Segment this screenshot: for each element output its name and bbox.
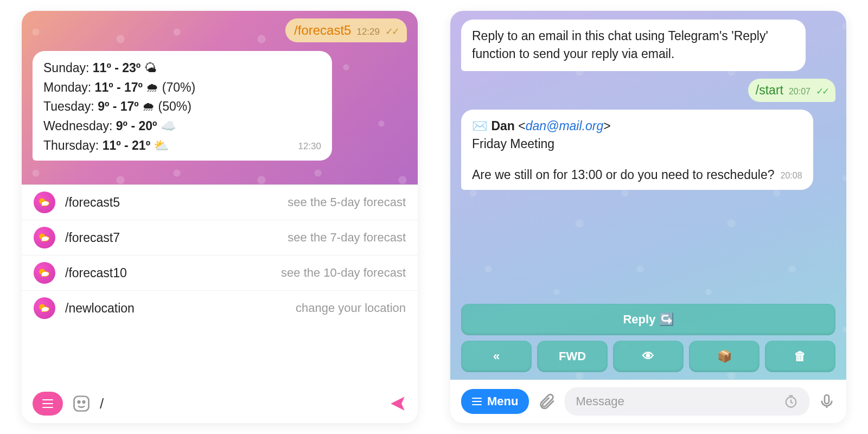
svg-rect-4 — [74, 397, 89, 411]
incoming-intro-message[interactable]: Reply to an email in this chat using Tel… — [461, 20, 806, 71]
command-description: see the 7-day forecast — [288, 231, 406, 245]
message-input-bar: / — [22, 384, 418, 423]
command-suggestion-list: /forecast5 see the 5-day forecast /forec… — [22, 184, 418, 384]
svg-point-6 — [83, 401, 85, 403]
email-from-name: Dan — [491, 119, 514, 133]
outgoing-message-text: /start — [756, 83, 783, 98]
outgoing-message[interactable]: /start 20:07 ✓✓ — [748, 79, 835, 102]
keyboard-view-button[interactable]: 👁 — [613, 341, 684, 372]
scheduled-icon[interactable] — [783, 394, 799, 409]
envelope-icon: ✉️ — [472, 119, 488, 133]
message-input-bar: Menu Message — [450, 380, 846, 423]
svg-point-5 — [78, 401, 80, 403]
message-input-placeholder: Message — [576, 394, 624, 409]
keyboard-fwd-button[interactable]: FWD — [537, 341, 608, 372]
chat-scroll-area[interactable]: Reply to an email in this chat using Tel… — [450, 11, 846, 380]
outgoing-message-time: 20:07 — [789, 87, 810, 97]
weather-bot-chat-panel: /forecast5 12:29 ✓✓ Sunday: 11º - 23º 🌤 … — [22, 11, 418, 423]
sticker-icon[interactable] — [72, 394, 91, 413]
email-from-line: ✉️ Dan <dan@mail.org> — [472, 117, 802, 135]
read-ticks-icon: ✓✓ — [385, 25, 398, 37]
inline-keyboard: Reply ↪️ « FWD 👁 📦 🗑 — [461, 304, 835, 372]
command-name: /forecast10 — [65, 266, 271, 280]
bot-avatar — [34, 297, 55, 319]
incoming-message-time: 12:30 — [298, 139, 321, 154]
outgoing-message-text: /forecast5 — [294, 23, 351, 38]
bot-commands-menu-button[interactable] — [33, 392, 63, 416]
bot-avatar — [34, 227, 55, 248]
command-suggestion-item[interactable]: /forecast7 see the 7-day forecast — [22, 220, 418, 256]
bot-avatar — [34, 192, 55, 213]
outgoing-message-time: 12:29 — [356, 27, 380, 37]
email-bot-chat-panel: Reply to an email in this chat using Tel… — [450, 11, 846, 423]
email-from-address: dan@mail.org — [526, 119, 604, 133]
command-name: /forecast7 — [65, 231, 278, 245]
keyboard-reply-button[interactable]: Reply ↪️ — [461, 304, 835, 335]
forecast-row: Thursday: 11º - 21º ⛅ 12:30 — [43, 138, 169, 152]
email-body: Are we still on for 13:00 or do you need… — [472, 166, 802, 184]
keyboard-archive-button[interactable]: 📦 — [689, 341, 760, 372]
read-ticks-icon: ✓✓ — [816, 86, 828, 97]
forecast-row: Tuesday: 9º - 17º 🌧 (50%) — [43, 97, 321, 117]
forecast-row: Sunday: 11º - 23º 🌤 — [43, 59, 321, 78]
attach-icon[interactable] — [538, 392, 556, 411]
forecast-row: Monday: 11º - 17º 🌧 (70%) — [43, 78, 321, 98]
bot-avatar — [34, 262, 55, 284]
email-subject: Friday Meeting — [472, 135, 802, 153]
svg-rect-8 — [825, 395, 829, 404]
incoming-forecast-message[interactable]: Sunday: 11º - 23º 🌤 Monday: 11º - 17º 🌧 … — [33, 51, 332, 161]
send-icon[interactable] — [388, 394, 407, 413]
keyboard-delete-button[interactable]: 🗑 — [765, 341, 835, 372]
command-suggestion-item[interactable]: /forecast10 see the 10-day forecast — [22, 256, 418, 291]
command-description: change your location — [296, 301, 406, 315]
bot-menu-button[interactable]: Menu — [461, 389, 529, 414]
command-name: /forecast5 — [65, 195, 278, 210]
incoming-message-time: 20:08 — [781, 169, 802, 182]
command-suggestion-item[interactable]: /forecast5 see the 5-day forecast — [22, 185, 418, 220]
forecast-row: Wednesday: 9º - 20º ☁️ — [43, 117, 321, 136]
intro-text: Reply to an email in this chat using Tel… — [472, 29, 768, 61]
chat-scroll-area[interactable]: /forecast5 12:29 ✓✓ Sunday: 11º - 23º 🌤 … — [22, 11, 418, 184]
command-suggestion-item[interactable]: /newlocation change your location — [22, 291, 418, 326]
mic-icon[interactable] — [818, 393, 835, 410]
keyboard-back-button[interactable]: « — [461, 341, 532, 372]
incoming-email-message[interactable]: ✉️ Dan <dan@mail.org> Friday Meeting Are… — [461, 110, 813, 190]
outgoing-message[interactable]: /forecast5 12:29 ✓✓ — [285, 18, 407, 42]
command-name: /newlocation — [65, 301, 286, 316]
command-description: see the 5-day forecast — [288, 195, 406, 209]
menu-button-label: Menu — [487, 394, 518, 409]
message-input[interactable]: / — [100, 395, 380, 412]
command-description: see the 10-day forecast — [281, 266, 406, 280]
message-input[interactable]: Message — [565, 387, 809, 416]
menu-icon — [472, 401, 482, 403]
